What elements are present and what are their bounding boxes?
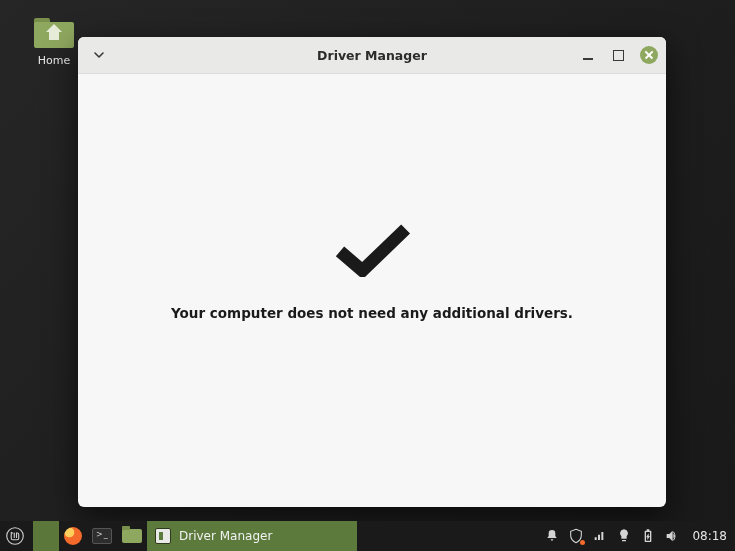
battery-icon — [640, 528, 656, 544]
terminal-icon — [92, 528, 112, 544]
window-body: Your computer does not need any addition… — [78, 74, 666, 507]
mint-logo-icon — [6, 527, 24, 545]
folder-home-icon — [34, 18, 74, 48]
firefox-icon — [64, 527, 82, 545]
close-button[interactable] — [640, 46, 658, 64]
window-controls — [580, 37, 658, 73]
firefox-launcher[interactable] — [59, 521, 87, 551]
desktop-wallpaper[interactable]: Home Driver Manager Your computer does n… — [0, 0, 735, 551]
start-menu-button[interactable] — [0, 521, 30, 551]
folder-icon — [122, 529, 142, 543]
back-button[interactable] — [84, 42, 114, 68]
bell-icon — [544, 528, 560, 544]
lightbulb-icon — [616, 528, 632, 544]
shield-icon — [568, 528, 584, 544]
driver-manager-window: Driver Manager Your computer does not ne… — [78, 37, 666, 507]
checkmark-icon — [330, 221, 414, 277]
desktop-icon-home[interactable]: Home — [32, 18, 76, 67]
files-launcher[interactable] — [117, 521, 147, 551]
network-tray-icon[interactable] — [592, 528, 608, 544]
terminal-launcher[interactable] — [87, 521, 117, 551]
volume-tray-icon[interactable] — [664, 528, 680, 544]
taskbar-task-driver-manager[interactable]: Driver Manager — [147, 521, 357, 551]
status-message: Your computer does not need any addition… — [171, 305, 573, 321]
show-desktop-button[interactable] — [33, 521, 59, 551]
window-titlebar[interactable]: Driver Manager — [78, 37, 666, 74]
maximize-button[interactable] — [610, 47, 626, 63]
desktop-icon-label: Home — [32, 54, 76, 67]
network-icon — [592, 528, 608, 544]
svg-point-0 — [7, 528, 24, 545]
taskbar-task-label: Driver Manager — [179, 529, 272, 543]
taskbar: Driver Manager 08:18 — [0, 521, 735, 551]
speaker-icon — [664, 528, 680, 544]
notifications-tray-icon[interactable] — [544, 528, 560, 544]
minimize-button[interactable] — [580, 47, 596, 63]
driver-manager-icon — [155, 528, 171, 544]
power-tray-icon[interactable] — [640, 528, 656, 544]
update-manager-tray-icon[interactable] — [568, 528, 584, 544]
info-tray-icon[interactable] — [616, 528, 632, 544]
chevron-down-icon — [93, 49, 105, 61]
window-title: Driver Manager — [78, 48, 666, 63]
taskbar-clock[interactable]: 08:18 — [688, 529, 727, 543]
